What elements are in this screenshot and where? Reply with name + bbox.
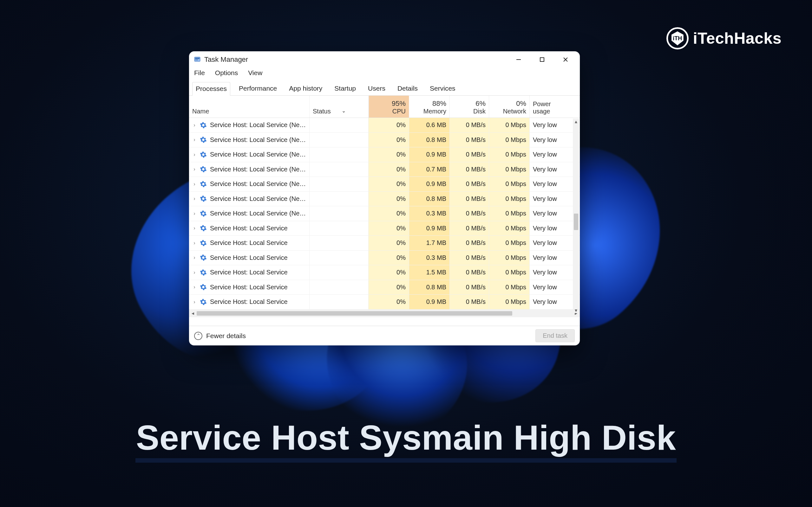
tab-details[interactable]: Details — [394, 82, 421, 95]
brand-name: iTechHacks — [693, 29, 781, 48]
table-row[interactable]: ›Service Host: Local Service (Net...0%0.… — [189, 133, 580, 148]
end-task-button[interactable]: End task — [536, 329, 575, 342]
cell-network: 0 Mbps — [489, 265, 530, 280]
process-name: Service Host: Local Service (Net... — [210, 210, 306, 217]
brand-badge: iTH iTechHacks — [666, 27, 781, 49]
cell-power: Very low — [530, 133, 568, 147]
table-row[interactable]: ›Service Host: Local Service0%1.5 MB0 MB… — [189, 265, 580, 280]
close-button[interactable] — [554, 51, 577, 68]
gear-icon — [200, 195, 207, 202]
cell-name: ›Service Host: Local Service — [189, 265, 310, 280]
process-name: Service Host: Local Service (Net... — [210, 151, 306, 158]
cell-name: ›Service Host: Local Service (Net... — [189, 147, 310, 162]
expand-chevron-icon[interactable]: › — [192, 270, 197, 275]
horizontal-scrollbar[interactable]: ◂ ▸ — [189, 309, 580, 317]
column-headers: Name Status ⌄ 95% CPU 88%Memory 6%Disk 0… — [189, 96, 580, 118]
cell-memory: 1.5 MB — [409, 265, 450, 280]
col-cpu[interactable]: ⌄ 95% CPU — [368, 96, 409, 118]
process-grid: Name Status ⌄ 95% CPU 88%Memory 6%Disk 0… — [189, 96, 580, 326]
scroll-up-icon[interactable]: ▴ — [573, 118, 579, 124]
expand-chevron-icon[interactable]: › — [192, 225, 197, 231]
sort-chevron-down-icon: ⌄ — [342, 108, 346, 114]
gear-icon — [200, 254, 207, 261]
table-row[interactable]: ›Service Host: Local Service (Net...0%0.… — [189, 206, 580, 221]
cell-status — [310, 192, 368, 206]
cell-memory: 0.8 MB — [409, 192, 450, 206]
expand-chevron-icon[interactable]: › — [192, 299, 197, 305]
page-headline: Service Host Sysmain High Disk — [132, 415, 680, 459]
expand-chevron-icon[interactable]: › — [192, 255, 197, 261]
cell-network: 0 Mbps — [489, 133, 530, 147]
cell-disk: 0 MB/s — [450, 265, 489, 280]
gear-icon — [200, 122, 207, 129]
tab-startup[interactable]: Startup — [331, 82, 359, 95]
scroll-thumb[interactable] — [574, 214, 578, 230]
cell-memory: 0.9 MB — [409, 221, 450, 236]
cell-name: ›Service Host: Local Service (Net... — [189, 206, 310, 221]
cell-network: 0 Mbps — [489, 295, 530, 309]
gear-icon — [200, 210, 207, 217]
cell-disk: 0 MB/s — [450, 133, 489, 147]
cell-cpu: 0% — [368, 177, 409, 191]
expand-chevron-icon[interactable]: › — [192, 181, 197, 187]
expand-chevron-icon[interactable]: › — [192, 211, 197, 216]
table-row[interactable]: ›Service Host: Local Service (Net...0%0.… — [189, 192, 580, 207]
col-memory[interactable]: 88%Memory — [409, 96, 450, 118]
hscroll-thumb[interactable] — [197, 311, 512, 316]
brand-logo-icon: iTH — [666, 27, 689, 49]
tab-app-history[interactable]: App history — [286, 82, 326, 95]
scroll-left-icon[interactable]: ◂ — [189, 310, 197, 316]
gear-icon — [200, 269, 207, 276]
cell-memory: 0.7 MB — [409, 162, 450, 177]
gear-icon — [200, 136, 207, 143]
table-row[interactable]: ›Service Host: Local Service0%0.9 MB0 MB… — [189, 221, 580, 236]
maximize-button[interactable] — [530, 51, 554, 68]
table-row[interactable]: ›Service Host: Local Service (Net...0%0.… — [189, 147, 580, 162]
expand-chevron-icon[interactable]: › — [192, 166, 197, 172]
minimize-button[interactable] — [507, 51, 530, 68]
process-name: Service Host: Local Service (Net... — [210, 180, 306, 187]
cell-disk: 0 MB/s — [450, 206, 489, 221]
tab-users[interactable]: Users — [364, 82, 389, 95]
table-row[interactable]: ›Service Host: Local Service (Net...0%0.… — [189, 118, 580, 133]
col-power[interactable]: Power usage — [530, 96, 568, 118]
table-row[interactable]: ›Service Host: Local Service0%0.3 MB0 MB… — [189, 250, 580, 266]
expand-chevron-icon[interactable]: › — [192, 284, 197, 290]
table-row[interactable]: ›Service Host: Local Service0%0.9 MB0 MB… — [189, 295, 580, 309]
table-row[interactable]: ›Service Host: Local Service (Net...0%0.… — [189, 177, 580, 192]
tab-performance[interactable]: Performance — [235, 82, 281, 95]
col-status[interactable]: Status — [310, 96, 368, 118]
col-disk[interactable]: 6%Disk — [450, 96, 489, 118]
vertical-scrollbar[interactable]: ▴ ▾ — [573, 118, 579, 313]
table-row[interactable]: ›Service Host: Local Service0%0.8 MB0 MB… — [189, 280, 580, 295]
col-name[interactable]: Name — [189, 96, 310, 118]
col-network[interactable]: 0%Network — [489, 96, 530, 118]
expand-chevron-icon[interactable]: › — [192, 196, 197, 202]
expand-chevron-icon[interactable]: › — [192, 240, 197, 246]
menu-view[interactable]: View — [247, 68, 263, 77]
cell-status — [310, 295, 368, 309]
table-row[interactable]: ›Service Host: Local Service0%1.7 MB0 MB… — [189, 236, 580, 250]
cell-cpu: 0% — [368, 133, 409, 147]
tab-services[interactable]: Services — [426, 82, 459, 95]
table-row[interactable]: ›Service Host: Local Service (Net...0%0.… — [189, 162, 580, 177]
expand-chevron-icon[interactable]: › — [192, 152, 197, 158]
cell-power: Very low — [530, 221, 568, 236]
fewer-details-chevron-icon[interactable]: ⌃ — [194, 332, 202, 340]
cell-power: Very low — [530, 147, 568, 162]
cell-status — [310, 236, 368, 250]
cell-status — [310, 133, 368, 147]
menu-options[interactable]: Options — [214, 68, 239, 77]
svg-rect-3 — [516, 59, 521, 60]
fewer-details-label[interactable]: Fewer details — [206, 332, 246, 340]
menu-file[interactable]: File — [194, 68, 206, 77]
titlebar[interactable]: Task Manager — [189, 51, 580, 68]
expand-chevron-icon[interactable]: › — [192, 122, 197, 128]
cell-power: Very low — [530, 206, 568, 221]
cell-name: ›Service Host: Local Service (Net... — [189, 177, 310, 191]
scroll-down-icon[interactable]: ▾ — [573, 307, 579, 313]
tab-processes[interactable]: Processes — [192, 82, 230, 96]
cell-network: 0 Mbps — [489, 162, 530, 177]
expand-chevron-icon[interactable]: › — [192, 137, 197, 143]
process-rows: ›Service Host: Local Service (Net...0%0.… — [189, 118, 580, 309]
